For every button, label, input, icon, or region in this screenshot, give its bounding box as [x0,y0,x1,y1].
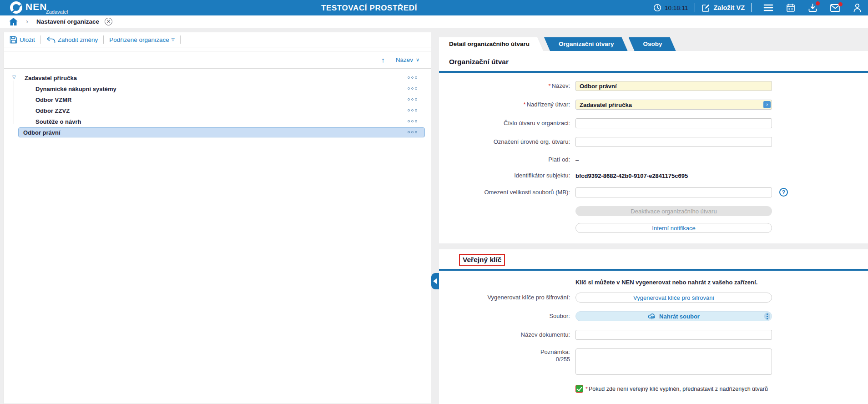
row-menu-icon[interactable] [406,98,417,101]
upload-options-icon[interactable] [764,313,770,320]
divider [180,35,181,44]
page-title: Nastavení organizace [36,18,99,25]
divider [751,3,752,12]
discard-changes-button[interactable]: Zahodit změny [46,36,98,43]
mail-icon[interactable] [830,4,840,12]
field-label: *Nadřízený útvar: [439,101,575,108]
org-unit-section: Organizační útvar *Název: *Nadřízený útv… [439,51,868,243]
field-label: Omezení velikosti souborů (MB): [439,189,575,196]
inherit-key-checkbox[interactable] [575,385,583,393]
unit-number-input[interactable] [575,118,772,128]
collapse-panel-handle[interactable] [431,273,439,289]
level-designation-input[interactable] [575,137,772,147]
key-info-text: Klíč si můžete v NEN vygenerovat nebo na… [575,279,757,286]
note-textarea[interactable] [575,348,772,375]
tree-row[interactable]: Odbor VZMR [4,94,431,105]
downloads-icon[interactable] [808,3,818,12]
row-menu-icon[interactable] [406,76,417,79]
sort-column-label: Název [396,56,413,63]
tab-org-units[interactable]: Organizační útvary [544,37,628,51]
nen-logo-icon [10,1,22,14]
notification-badge [838,2,843,6]
field-label: Označení úrovně org. útvaru: [439,138,575,146]
notification-badge [816,1,820,5]
create-procurement-button[interactable]: Založit VZ [701,4,745,12]
tree-row-root[interactable]: ▽ Zadavatel příručka [4,72,431,83]
brand-name: NEN [25,1,47,12]
sort-by-name[interactable]: ↑ Název ∨ [381,51,419,68]
edit-icon [701,4,710,12]
row-menu-icon[interactable] [406,87,417,90]
tree-toolbar: Uložit Zahodit změny Podřízené organizac… [4,32,431,47]
field-label: Identifikátor subjektu: [439,172,575,179]
tree-row-selected[interactable]: Odbor právní [4,127,431,138]
environment-title: TESTOVACÍ PROSTŘEDÍ [321,4,417,13]
save-icon [10,36,17,44]
subordinate-organizations-menu[interactable]: Podřízené organizace ▽ [109,36,174,43]
divider [40,35,41,44]
note-char-counter: 0/255 [556,356,570,363]
generate-keys-button[interactable]: Vygenerovat klíče pro šifrování [575,293,772,303]
tree-row[interactable]: Dynamické nákupní systémy [4,83,431,94]
tab-detail-org-unit[interactable]: Detail organizačního útvaru [439,37,543,51]
internal-notifications-button[interactable]: Interní notifikace [575,223,772,233]
upload-file-button[interactable]: Nahrát soubor [575,311,772,321]
row-menu-icon[interactable] [406,131,417,133]
field-label: Číslo útvaru v organizaci: [439,120,575,127]
file-size-limit-input[interactable] [575,187,772,197]
field-label: Platí od: [439,156,575,163]
divider [103,35,104,44]
breadcrumb-chevron-icon: › [26,17,28,25]
parent-unit-input[interactable] [575,100,772,110]
clock-icon [653,4,661,12]
tree-column-header: ↑ Název ∨ [4,51,431,69]
dropdown-caret-icon: ▽ [172,37,175,42]
field-label: Soubor: [439,313,575,320]
name-input[interactable] [575,81,772,91]
help-icon[interactable]: ? [779,188,788,197]
close-page-icon[interactable]: ✕ [105,18,112,25]
section-title: Organizační útvar [449,57,868,66]
brand-subtitle: Zadavatel [46,9,68,15]
tree-row[interactable]: Soutěže o návrh [4,116,431,127]
selection-highlight [18,127,425,137]
field-label: Název dokumentu: [439,331,575,338]
field-label: *Název: [439,82,575,90]
calendar-icon[interactable] [786,3,795,12]
organization-tree: ▽ Zadavatel příručka Dynamické nákupní s… [4,69,431,138]
field-label: Vygenerovat klíče pro šifrování: [439,294,575,301]
valid-from-value: – [575,157,579,163]
sort-ascending-icon: ↑ [381,56,385,64]
spacer [4,47,431,51]
tree-row[interactable]: Odbor ZZVZ [4,105,431,116]
breadcrumb: › Nastavení organizace ✕ [0,15,868,28]
user-icon[interactable] [853,3,862,12]
tab-persons[interactable]: Osoby [629,37,676,51]
section-title-focused: Veřejný klíč [459,254,505,266]
lookup-chevron-icon[interactable]: › [763,101,771,108]
server-time: 10:18:11 [665,5,688,11]
top-bar: NEN Zadavatel TESTOVACÍ PROSTŘEDÍ 10:18:… [0,0,868,15]
document-name-input[interactable] [575,330,772,340]
organization-tree-panel: Uložit Zahodit změny Podřízené organizac… [4,32,431,404]
divider [695,3,695,12]
save-button[interactable]: Uložit [10,36,35,44]
row-menu-icon[interactable] [406,120,417,122]
chevron-down-icon: ∨ [416,57,419,63]
cloud-upload-icon [648,313,656,319]
public-key-section: Veřejný klíč Klíč si můžete v NEN vygene… [439,249,868,404]
home-icon[interactable] [9,18,18,25]
row-menu-icon[interactable] [406,109,417,111]
undo-icon [46,36,56,43]
expander-icon[interactable]: ▽ [12,75,16,80]
menu-icon[interactable] [763,4,773,12]
nen-logo[interactable]: NEN Zadavatel [10,1,47,14]
subject-identifier-value: bfcd9392-8682-42b0-9107-e2841175c695 [575,172,688,179]
field-label: Poznámka: 0/255 [439,348,575,363]
detail-tabs-row: Detail organizačního útvaru Organizační … [439,32,868,51]
checkbox-label: *Pokud zde není veřejný klíč vyplněn, př… [585,386,768,392]
deactivate-unit-button: Deaktivace organizačního útvaru [575,206,772,216]
